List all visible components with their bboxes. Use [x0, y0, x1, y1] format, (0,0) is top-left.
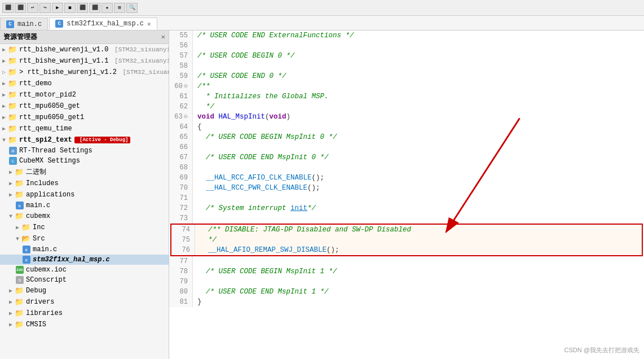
chevron-right-icon: ▶ [2, 91, 6, 98]
toolbar: ⬛ ⬛ ↩ ↪ ▶ ◼ ⬛ ⬛ ★ ⊞ 🔍 [0, 0, 644, 16]
toolbar-btn-8[interactable]: ⬛ [89, 3, 100, 13]
line-number: 66 [169, 142, 193, 152]
toolbar-btn-9[interactable]: ★ [102, 3, 113, 13]
sidebar-item-main-c-app[interactable]: c main.c [0, 200, 169, 211]
line-content: /* USER CODE END MspInit 0 */ [193, 152, 329, 163]
code-line-56: 56 [169, 41, 644, 51]
line-number: 73 [169, 213, 193, 224]
sidebar-item-rtt_bishe_v1.1[interactable]: ▶ 📁 rtt_bishe_wurenji_v1.1 [STM32_sixuan… [0, 55, 169, 67]
item-label: main.c [26, 202, 50, 209]
code-line-63: 63 void HAL_MspInit(void) [169, 112, 644, 122]
line-content: /* USER CODE BEGIN 0 */ [193, 51, 295, 61]
sidebar-item-applications[interactable]: ▶ 📁 applications [0, 189, 169, 200]
item-label: main.c [33, 246, 57, 253]
item-label: CMSIS [26, 321, 46, 329]
sidebar-item-rtt_mpu6050_get[interactable]: ▶ 📁 rtt_mpu6050_get [0, 100, 169, 112]
line-number: 75 [171, 235, 195, 245]
item-label: rtt_qemu_time [19, 125, 72, 133]
item-label: applications [26, 191, 74, 199]
folder-icon: 📁 [8, 56, 17, 65]
sidebar-item-rtt_mpu6050_get1[interactable]: ▶ 📁 rtt_mpu6050_get1 [0, 112, 169, 123]
code-line-57: 57 /* USER CODE BEGIN 0 */ [169, 51, 644, 61]
code-line-80: 80 /* USER CODE END MspInit 1 */ [169, 287, 644, 297]
sidebar-item-Inc[interactable]: ▶ 📁 Inc [0, 222, 169, 233]
toolbar-btn-7[interactable]: ⬛ [77, 3, 88, 13]
editor-wrapper: 55 /* USER CODE END ExternalFunctions */… [169, 30, 644, 359]
folder-icon: 📁 [8, 124, 17, 133]
code-line-76: 76 __HAL_AFIO_REMAP_SWJ_DISABLE(); [171, 245, 642, 255]
sidebar-item-cubemx-settings[interactable]: C CubeMX Settings [0, 156, 169, 166]
toolbar-btn-3[interactable]: ↩ [27, 3, 38, 13]
line-content [193, 61, 202, 71]
sidebar-item-sconscript[interactable]: S SConscript [0, 275, 169, 285]
sidebar-item-Src[interactable]: ▼ 📂 Src [0, 233, 169, 244]
c-file-icon: c [16, 202, 24, 209]
sidebar-item-includes[interactable]: ▶ 📁 Includes [0, 178, 169, 189]
line-content: */ [195, 235, 217, 245]
sidebar-item-rtt_qemu_time[interactable]: ▶ 📁 rtt_qemu_time [0, 123, 169, 134]
chevron-right-icon: ▶ [9, 287, 12, 294]
sidebar-item-rtt_bishe_v1.0[interactable]: ▶ 📁 rtt_bishe_wurenji_v1.0 [STM32_sixuan… [0, 44, 169, 55]
item-suffix: [STM32_sixuany [119, 69, 169, 76]
code-line-77: 77 [169, 256, 644, 266]
sidebar-item-rtt_bishe_v1.2[interactable]: ▷ 📁 > rtt_bishe_wurenji_v1.2 [STM32_sixu… [0, 67, 169, 78]
code-line-74: 74 /** DISABLE: JTAG-DP Disabled and SW-… [171, 225, 642, 235]
sidebar-item-debug[interactable]: ▶ 📁 Debug [0, 285, 169, 296]
code-editor[interactable]: 55 /* USER CODE END ExternalFunctions */… [169, 30, 644, 307]
sidebar-item-rtt_demo[interactable]: ▶ 📁 rtt_demo [0, 78, 169, 89]
folder-icon: 📁 [15, 297, 24, 307]
item-suffix: [STM32_sixuanyiv [111, 58, 169, 64]
folder-icon: 📁 [15, 309, 24, 318]
chevron-right-icon: ▶ [2, 46, 6, 53]
sidebar-header: 资源管理器 ✕ [0, 30, 169, 44]
sidebar-item-rtt_motor_pid2[interactable]: ▶ 📁 rtt_motor_pid2 [0, 89, 169, 100]
chevron-right-icon: ▶ [2, 114, 6, 121]
toolbar-btn-4[interactable]: ↪ [39, 3, 51, 13]
item-label: stm32f1xx_hal_msp.c [33, 256, 110, 264]
item-label: SConscript [26, 276, 67, 284]
folder-icon: 📁 [8, 135, 17, 145]
sidebar-item-main-c-src[interactable]: c main.c [0, 244, 169, 255]
tab-close-icon[interactable]: ✕ [147, 20, 151, 28]
toolbar-btn-1[interactable]: ⬛ [2, 3, 14, 13]
c-file-icon: C [6, 20, 14, 28]
toolbar-btn-11[interactable]: 🔍 [126, 3, 138, 13]
code-line-64: 64 { [169, 122, 644, 132]
sidebar-item-stm32-hal-msp[interactable]: c stm32f1xx_hal_msp.c [0, 255, 169, 265]
tab-stm32-hal-msp[interactable]: C stm32f1xx_hal_msp.c ✕ [49, 17, 157, 30]
line-number: 71 [169, 193, 193, 203]
line-number: 67 [169, 152, 193, 163]
line-number: 81 [169, 297, 193, 307]
sidebar-item-binary[interactable]: ▶ 📁 二进制 [0, 166, 169, 178]
item-label: cubemx [26, 212, 50, 220]
sidebar-item-rt-thread-settings[interactable]: ⚙ RT-Thread Settings [0, 146, 169, 156]
sidebar-item-cubemx-ioc[interactable]: ioc cubemx.ioc [0, 265, 169, 275]
line-content: { [193, 122, 202, 132]
chevron-right-icon: ▷ [2, 69, 6, 76]
line-content [193, 41, 202, 51]
toolbar-btn-2[interactable]: ⬛ [15, 3, 26, 13]
chevron-down-icon: ▼ [2, 137, 6, 143]
item-suffix: [STM32_sixuanyiv [111, 46, 169, 53]
code-line-70: 70 __HAL_RCC_PWR_CLK_ENABLE(); [169, 183, 644, 193]
sidebar-item-libraries[interactable]: ▶ 📁 libraries [0, 308, 169, 319]
sidebar-title: 资源管理器 [3, 32, 37, 42]
toolbar-btn-10[interactable]: ⊞ [114, 3, 125, 13]
sidebar-item-drivers[interactable]: ▶ 📁 drivers [0, 296, 169, 308]
line-number: 77 [169, 256, 193, 266]
tabs-bar: C main.c C stm32f1xx_hal_msp.c ✕ [0, 16, 644, 30]
line-number: 63 [169, 112, 193, 122]
chevron-down-icon: ▼ [16, 236, 19, 242]
item-label: rtt_motor_pid2 [19, 91, 76, 99]
toolbar-btn-5[interactable]: ▶ [52, 3, 63, 13]
folder-icon: 📁 [8, 68, 17, 77]
toolbar-btn-6[interactable]: ◼ [64, 3, 76, 13]
code-line-69: 69 __HAL_RCC_AFIO_CLK_ENABLE(); [169, 173, 644, 183]
sidebar-item-CMSIS[interactable]: ▶ 📁 CMSIS [0, 319, 169, 330]
sidebar-item-cubemx-folder[interactable]: ▼ 📁 cubemx [0, 211, 169, 222]
line-content: /** [193, 81, 210, 91]
folder-icon: 📁 [8, 79, 17, 88]
tab-main-c[interactable]: C main.c [0, 17, 48, 30]
sidebar-close-icon[interactable]: ✕ [161, 33, 165, 41]
sidebar-item-rtt_spi2_text[interactable]: ▼ 📁 rtt_spi2_text [Active - Debug] [0, 134, 169, 146]
